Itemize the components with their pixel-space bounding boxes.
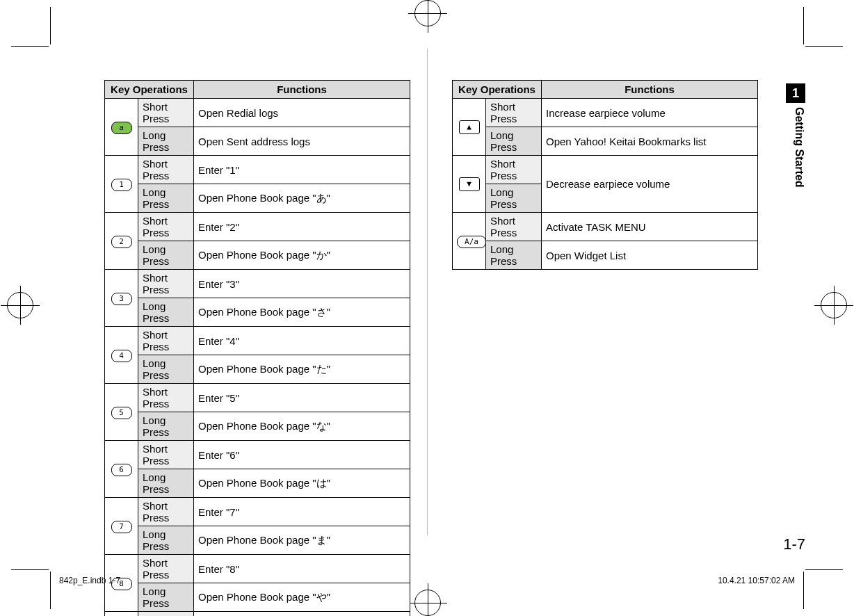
function-cell: Activate TASK MENU (542, 213, 758, 241)
crop-mark (803, 572, 804, 609)
header-key-operations: Key Operations (105, 81, 194, 99)
function-cell: Open Phone Book page "か" (194, 241, 410, 270)
page-number: 1-7 (783, 535, 805, 553)
table-row: Long PressOpen Yahoo! Keitai Bookmarks l… (453, 127, 758, 156)
key-cell: a (105, 99, 138, 156)
function-cell: Open Phone Book page "さ" (194, 298, 410, 327)
crop-mark (11, 46, 49, 47)
function-cell: Enter "4" (194, 327, 410, 355)
press-type-long: Long Press (138, 355, 194, 384)
table-row: Long PressOpen Phone Book page "な" (105, 412, 410, 441)
table-row: 5Short PressEnter "5" (105, 384, 410, 412)
table-row: Long PressOpen Phone Book page "や" (105, 583, 410, 612)
table-row: 4Short PressEnter "4" (105, 327, 410, 355)
chapter-number: 1 (786, 83, 805, 103)
press-type-short: Short Press (486, 156, 542, 184)
key-icon: 4 (111, 350, 132, 362)
function-cell: Open Phone Book page "た" (194, 355, 410, 384)
press-type-short: Short Press (138, 213, 194, 241)
table-row: Long PressOpen Phone Book page "ま" (105, 526, 410, 555)
header-key-operations: Key Operations (453, 81, 542, 99)
key-icon: 5 (111, 407, 132, 419)
table-row: 6Short PressEnter "6" (105, 441, 410, 469)
press-type-short: Short Press (138, 555, 194, 583)
key-cell: 3 (105, 270, 138, 327)
press-type-long: Long Press (138, 526, 194, 555)
press-type-long: Long Press (138, 583, 194, 612)
function-cell: Increase earpiece volume (542, 99, 758, 127)
registration-mark-icon (821, 292, 847, 318)
function-cell: Enter "1" (194, 156, 410, 184)
press-type-long: Long Press (138, 469, 194, 498)
function-cell: Open Phone Book page "や" (194, 583, 410, 612)
table-row: ▲Short PressIncrease earpiece volume (453, 99, 758, 127)
key-cell: 1 (105, 156, 138, 213)
table-row: 8Short PressEnter "8" (105, 555, 410, 583)
press-type-long: Long Press (138, 127, 194, 156)
press-type-short: Short Press (138, 384, 194, 412)
press-type-short: Short Press (138, 498, 194, 526)
table-row: Long PressOpen Widget List (453, 241, 758, 270)
function-cell: Enter "8" (194, 555, 410, 583)
footer-filename: 842p_E.indb 1-7 (59, 576, 120, 585)
crop-mark (805, 46, 843, 47)
crop-mark (803, 7, 804, 44)
key-icon: 2 (111, 236, 132, 248)
key-cell: 9 (105, 612, 138, 617)
header-functions: Functions (194, 81, 410, 99)
key-icon: ▲ (459, 120, 480, 134)
press-type-short: Short Press (138, 612, 194, 617)
key-icon: 3 (111, 293, 132, 305)
function-cell: Enter "7" (194, 498, 410, 526)
press-type-short: Short Press (486, 99, 542, 127)
press-type-long: Long Press (486, 241, 542, 270)
press-type-short: Short Press (138, 99, 194, 127)
press-type-short: Short Press (138, 327, 194, 355)
press-type-short: Short Press (138, 441, 194, 469)
table-row: 1Short PressEnter "1" (105, 156, 410, 184)
crop-mark (805, 569, 843, 570)
table-row: Long PressOpen Phone Book page "さ" (105, 298, 410, 327)
function-cell: Open Phone Book page "ま" (194, 526, 410, 555)
table-row: 9Short PressEnter "9" (105, 612, 410, 617)
function-cell: Enter "9" (194, 612, 410, 617)
table-row: 3Short PressEnter "3" (105, 270, 410, 298)
table-row: Long PressOpen Sent address logs (105, 127, 410, 156)
key-cell: 5 (105, 384, 138, 441)
key-cell: ▲ (453, 99, 486, 156)
key-icon: 1 (111, 179, 132, 191)
function-cell: Open Redial logs (194, 99, 410, 127)
chapter-title: Getting Started (786, 103, 805, 188)
function-cell: Enter "2" (194, 213, 410, 241)
table-row: Long PressOpen Phone Book page "あ" (105, 184, 410, 213)
table-row: A/aShort PressActivate TASK MENU (453, 213, 758, 241)
page-root: Key Operations Functions aShort PressOpe… (0, 0, 854, 616)
key-icon: 7 (111, 521, 132, 533)
function-cell: Open Phone Book page "あ" (194, 184, 410, 213)
table-header-row: Key Operations Functions (453, 81, 758, 99)
table-row: Long PressOpen Phone Book page "は" (105, 469, 410, 498)
crop-mark (11, 569, 49, 570)
key-cell: 6 (105, 441, 138, 498)
press-type-short: Short Press (486, 213, 542, 241)
press-type-long: Long Press (138, 241, 194, 270)
table-row: Long PressOpen Phone Book page "た" (105, 355, 410, 384)
table-row: 2Short PressEnter "2" (105, 213, 410, 241)
function-cell: Open Sent address logs (194, 127, 410, 156)
key-cell: A/a (453, 213, 486, 270)
table-row: aShort PressOpen Redial logs (105, 99, 410, 127)
left-column: Key Operations Functions aShort PressOpe… (104, 80, 410, 616)
key-cell: 7 (105, 498, 138, 555)
function-cell: Open Widget List (542, 241, 758, 270)
key-cell: ▼ (453, 156, 486, 213)
press-type-long: Long Press (138, 412, 194, 441)
header-functions: Functions (542, 81, 758, 99)
key-icon: ▼ (459, 177, 480, 191)
function-cell: Open Phone Book page "な" (194, 412, 410, 441)
key-operations-table-right: Key Operations Functions ▲Short PressInc… (452, 80, 758, 270)
function-cell: Enter "6" (194, 441, 410, 469)
key-icon: a (111, 122, 132, 134)
registration-mark-icon (7, 292, 33, 318)
footer-timestamp: 10.4.21 10:57:02 AM (718, 576, 795, 585)
key-icon: A/a (457, 236, 486, 248)
